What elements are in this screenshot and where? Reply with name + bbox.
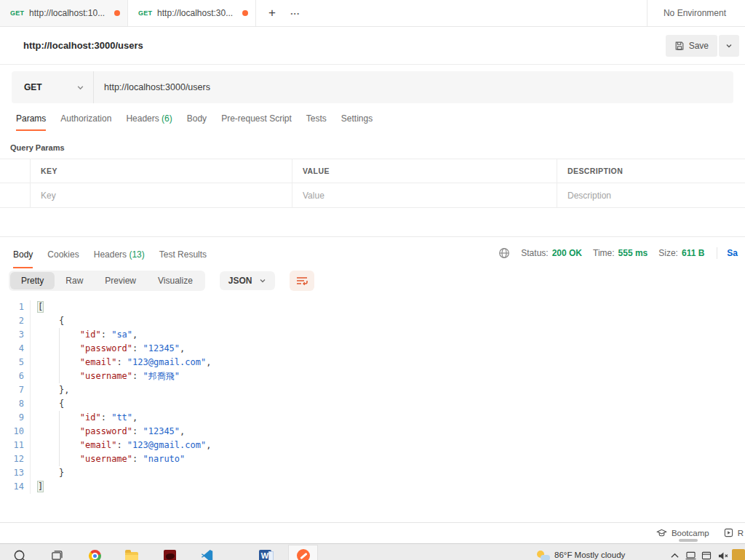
response-tab-body[interactable]: Body (6, 249, 40, 268)
tab-tests[interactable]: Tests (299, 113, 334, 131)
runner-button[interactable]: R (717, 528, 744, 537)
wrap-line-icon (296, 276, 308, 286)
view-raw[interactable]: Raw (55, 272, 94, 289)
size-label: Size: (658, 248, 678, 258)
code-text: "password": "12345", (31, 342, 185, 356)
postman-window: GET http://localhost:10... GET http://lo… (0, 0, 745, 560)
tray-device-icon[interactable] (682, 548, 698, 560)
save-button[interactable]: Save (666, 35, 717, 57)
tab-body[interactable]: Body (180, 113, 214, 131)
chevron-down-icon (725, 42, 733, 49)
save-options-button[interactable] (719, 35, 739, 57)
line-number: 9 (0, 411, 31, 425)
code-text: } (31, 466, 64, 480)
line-number: 1 (0, 300, 31, 314)
weather-text[interactable]: 86°F Mostly cloudy (554, 551, 625, 559)
taskbar-search-icon[interactable] (12, 548, 28, 560)
edge-tray-icon[interactable] (732, 549, 745, 560)
app-footer: Bootcamp R (0, 522, 745, 543)
response-toolbar: Pretty Raw Preview Visualize JSON (0, 268, 745, 297)
tab-prerequest-script[interactable]: Pre-request Script (214, 113, 299, 131)
tray-window-icon[interactable] (698, 548, 714, 560)
view-visualize[interactable]: Visualize (147, 272, 204, 289)
request-tab-title: http://localhost:30... (157, 8, 237, 18)
unsaved-changes-dot (242, 10, 248, 16)
code-line: 11 "email": "123@gmail.com", (0, 439, 745, 452)
time-value: 555 ms (618, 248, 648, 258)
red-app-icon[interactable] (162, 548, 178, 560)
request-url-row: GET (0, 65, 745, 108)
view-preview[interactable]: Preview (94, 272, 147, 289)
request-response-divider (0, 208, 745, 237)
time-badge: Time: 555 ms (593, 248, 648, 258)
status-label: Status: (521, 248, 548, 258)
response-tab-test-results[interactable]: Test Results (152, 249, 214, 268)
code-text: "username": "邦喬飛" (31, 369, 180, 383)
vscode-icon[interactable] (199, 548, 215, 560)
response-tab-headers-label: Headers (94, 249, 127, 260)
column-header-key: KEY (41, 167, 57, 175)
response-tab-headers[interactable]: Headers (13) (87, 249, 152, 268)
time-label: Time: (593, 248, 615, 258)
request-section-tabs: Params Authorization Headers (6) Body Pr… (0, 108, 745, 131)
tab-headers[interactable]: Headers (6) (119, 113, 179, 131)
code-text: }, (31, 383, 69, 397)
wrap-line-button[interactable] (290, 271, 314, 291)
save-response-button[interactable]: Sa (727, 248, 738, 258)
graduation-cap-icon (656, 529, 667, 537)
column-header-description: DESCRIPTION (567, 167, 623, 175)
param-description-input[interactable] (567, 191, 735, 201)
windows-taskbar: W 86°F Mostly cloudy (0, 543, 745, 560)
view-pretty[interactable]: Pretty (10, 272, 55, 289)
query-params-table: KEY VALUE DESCRIPTION (0, 159, 745, 208)
task-view-icon[interactable] (48, 548, 64, 560)
request-title-row: http://localhost:3000/users Save (0, 27, 745, 65)
line-number: 6 (0, 369, 31, 383)
volume-muted-icon[interactable] (714, 548, 730, 560)
row-selector-cell (0, 183, 30, 207)
tab-settings[interactable]: Settings (334, 113, 380, 131)
postman-icon[interactable] (295, 548, 311, 560)
param-key-input[interactable] (41, 191, 282, 201)
headers-count-badge: (6) (162, 113, 172, 124)
line-number: 5 (0, 356, 31, 369)
environment-selector[interactable]: No Environment (647, 0, 745, 26)
response-tab-cookies[interactable]: Cookies (40, 249, 86, 268)
tab-authorization[interactable]: Authorization (53, 113, 119, 131)
line-number: 11 (0, 439, 31, 452)
format-value: JSON (228, 276, 252, 286)
more-tabs-button[interactable]: ••• (285, 4, 306, 23)
runner-label-truncated: R (738, 529, 744, 537)
line-number: 3 (0, 328, 31, 342)
tab-headers-label: Headers (126, 113, 159, 124)
format-dropdown[interactable]: JSON (220, 271, 275, 290)
request-tab-1[interactable]: GET http://localhost:10... (0, 0, 128, 26)
weather-icon[interactable] (535, 548, 551, 560)
line-number: 7 (0, 383, 31, 397)
param-value-input[interactable] (303, 191, 546, 201)
response-body-code[interactable]: 1[2 {3 "id": "sa",4 "password": "12345",… (0, 300, 745, 494)
workspace-tab-bar: GET http://localhost:10... GET http://lo… (0, 0, 745, 27)
word-icon[interactable]: W (257, 548, 273, 560)
chrome-icon[interactable] (87, 548, 103, 560)
new-tab-button[interactable]: + (262, 4, 282, 23)
table-header-row: KEY VALUE DESCRIPTION (0, 159, 745, 183)
method-dropdown[interactable]: GET (12, 71, 93, 103)
request-tab-2[interactable]: GET http://localhost:30... (128, 0, 256, 26)
code-line: 8 { (0, 397, 745, 411)
code-line: 2 { (0, 314, 745, 328)
globe-icon[interactable] (498, 247, 510, 259)
code-line: 1[ (0, 300, 745, 314)
code-text: [ (31, 300, 43, 314)
bootcamp-button[interactable]: Bootcamp (649, 529, 717, 537)
request-tab-title: http://localhost:10... (29, 8, 109, 18)
line-number: 12 (0, 452, 31, 466)
file-explorer-icon[interactable] (124, 548, 140, 560)
horizontal-scrollbar-thumb[interactable] (679, 539, 698, 542)
tab-params[interactable]: Params (9, 113, 53, 131)
response-section-tabs: Body Cookies Headers (13) Test Results (6, 237, 214, 268)
code-text: "email": "123@gmail.com", (31, 356, 211, 369)
url-input[interactable] (94, 82, 733, 92)
line-number: 2 (0, 314, 31, 328)
tray-chevron-up-icon[interactable] (666, 548, 682, 560)
